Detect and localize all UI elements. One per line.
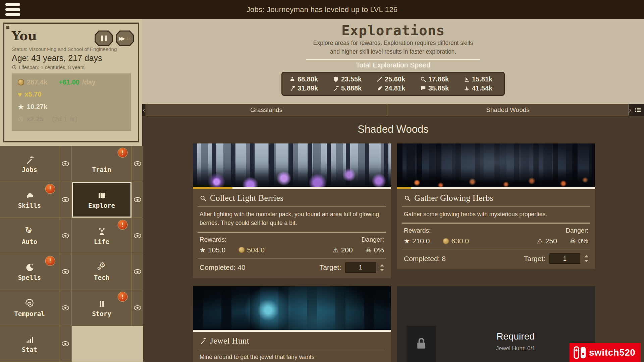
gears-icon: ⚙⚙ [97, 262, 106, 272]
notification-badge [118, 220, 127, 229]
sidebar-item-temporal[interactable]: Temporal [0, 290, 59, 326]
pause-icon [101, 36, 107, 41]
death-chance: ☠0% [366, 246, 384, 254]
clock-icon [18, 116, 24, 122]
required-label: Required [436, 331, 595, 342]
switch-logo-icon [573, 346, 587, 360]
tab-shaded-woods[interactable]: Shaded Woods [387, 104, 629, 116]
spinner-down-icon[interactable] [380, 269, 384, 271]
area-title: Shaded Woods [142, 123, 644, 135]
exploration-image [193, 286, 391, 330]
star-icon: ★ [404, 237, 410, 245]
visibility-eye-icon[interactable] [62, 341, 69, 346]
skull-icon: ☠ [366, 246, 372, 254]
experience-row: ★ 10.27k [18, 103, 125, 111]
visibility-eye-icon[interactable] [62, 233, 69, 238]
speed-multiplier-label: 1x [126, 36, 131, 41]
spinner-up-icon[interactable] [380, 264, 384, 266]
sidebar-item-jobs[interactable]: Jobs [0, 146, 59, 182]
warning-icon: ⚠ [537, 237, 543, 245]
lifespan-clock-icon [12, 65, 17, 70]
sidebar-item-auto[interactable]: ↻⚙ Auto [0, 218, 59, 254]
target-input[interactable] [345, 262, 376, 273]
brain-icon [25, 190, 34, 200]
menu-icon[interactable] [5, 3, 20, 16]
sidebar-item-story[interactable]: Story [72, 290, 131, 326]
notification-badge [118, 292, 127, 301]
area-list-button[interactable] [632, 104, 644, 116]
sidebar-empty-cell [72, 326, 143, 362]
speed-sailing: 15.81k [464, 75, 497, 83]
visibility-eye-icon[interactable] [134, 305, 141, 310]
visibility-eye-icon[interactable] [62, 197, 69, 202]
visibility-eye-icon[interactable] [62, 269, 69, 274]
magnifier-icon [404, 195, 411, 202]
lock-tile [407, 326, 436, 362]
visibility-eye-icon[interactable] [134, 197, 141, 202]
watermark: switch520 [570, 343, 641, 362]
coins-row: 287.4k +61.00 /day [18, 78, 125, 86]
sidebar-item-life[interactable]: Life [72, 218, 131, 254]
wizard-hat-icon [464, 85, 470, 92]
target-label: Target: [524, 255, 545, 263]
fast-forward-icon: ▶▶ [119, 36, 125, 42]
health-row: ♥ x5.70 [18, 90, 125, 99]
card-footer: Completed: 40 Target: [193, 258, 391, 278]
explorations-header: Explorations Explore areas for rewards. … [142, 19, 644, 104]
visibility-eye-icon[interactable] [134, 161, 141, 166]
spinner-up-icon[interactable] [584, 255, 588, 257]
magnifier-icon [200, 195, 207, 202]
time-swirl-icon [25, 298, 34, 308]
time-multiplier-row: x2.25 (2d 1 hr) [18, 115, 125, 123]
card-title: Jewel Hunt [193, 332, 391, 349]
speed-woodcutting: 31.89k [289, 84, 323, 92]
pause-button[interactable] [95, 31, 113, 46]
xp-reward: ★105.0 [200, 246, 226, 254]
exploration-cards: Collect Light Berries After fighting wit… [193, 143, 595, 362]
spinner-down-icon[interactable] [584, 260, 588, 262]
speed-mining: 5.888k [333, 84, 366, 92]
tab-grasslands[interactable]: Grasslands [146, 104, 387, 116]
auto-gear-icon: ↻⚙ [25, 226, 34, 236]
notification-badge [46, 184, 55, 193]
star-icon: ★ [200, 246, 206, 254]
sail-icon [464, 76, 470, 82]
sidebar-item-spells[interactable]: Spells [0, 254, 59, 290]
person-hearts-icon [97, 226, 106, 236]
lifespan-line: Lifespan: 1 centuries, 8 years [12, 64, 131, 70]
sidebar-item-skills[interactable]: Skills [0, 182, 59, 218]
sidebar-item-explore[interactable]: Explore [72, 182, 131, 218]
magnifier-icon [420, 76, 426, 82]
target-input[interactable] [549, 253, 580, 264]
coin-reward: 630.0 [443, 237, 469, 245]
feather-icon [376, 85, 383, 92]
panel-corner-ornament [6, 26, 9, 29]
top-bar: Jobs: Journeyman has leveled up to LVL 1… [0, 0, 644, 19]
sidebar-menu: Jobs Train Skills Explore ↻⚙ Auto Life [0, 146, 142, 362]
sidebar-item-tech[interactable]: ⚙⚙ Tech [72, 254, 131, 290]
story-pause-icon [97, 298, 106, 308]
speed-defense: 23.55k [333, 75, 366, 83]
moon-sparkles-icon [25, 262, 34, 272]
time-note: (2d 1 hr) [52, 115, 77, 123]
star-icon: ★ [18, 103, 24, 111]
scroll-left-icon[interactable]: ‹ [142, 104, 146, 116]
card-title: Collect Light Berries [193, 189, 391, 206]
page-title: Explorations [142, 22, 644, 39]
left-column: You ▶▶ 1x Status: Viscount-ing and Schoo… [0, 19, 142, 362]
shield-icon [333, 76, 339, 82]
coin-rate: +61.00 [59, 78, 79, 86]
scroll-right-icon[interactable]: › [629, 104, 632, 116]
visibility-eye-icon[interactable] [134, 233, 141, 238]
game-speed-button[interactable]: ▶▶ 1x [116, 31, 134, 46]
speed-agility: 24.81k [376, 84, 410, 92]
visibility-eye-icon[interactable] [62, 305, 69, 310]
visibility-eye-icon[interactable] [62, 161, 69, 166]
explorations-description-line1: Explore areas for rewards. Exploration r… [142, 39, 644, 47]
target-label: Target: [320, 263, 341, 272]
speed-meditation: 68.80k [289, 75, 323, 83]
sidebar-item-stat[interactable]: Stat [0, 326, 59, 362]
visibility-eye-icon[interactable] [134, 269, 141, 274]
sidebar-item-train[interactable]: Train [72, 146, 131, 182]
coin-icon [443, 238, 449, 244]
